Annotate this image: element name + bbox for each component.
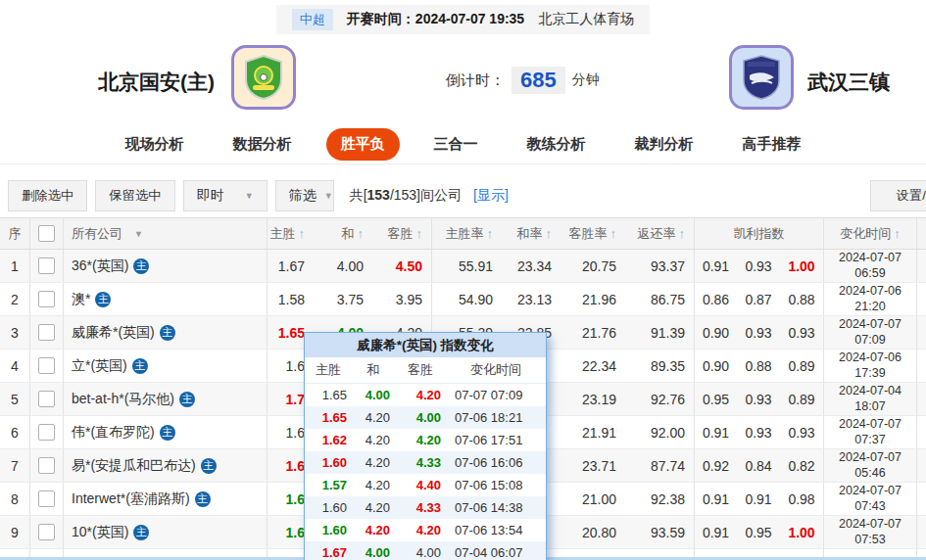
payout-rate: 86.75 bbox=[625, 283, 694, 315]
kelly-win: 0.86 bbox=[694, 283, 737, 315]
col-seq: 序 bbox=[0, 218, 29, 249]
row-seq: 9 bbox=[0, 516, 29, 548]
stub-cell bbox=[916, 316, 926, 349]
popup-draw: 4.20 bbox=[352, 451, 395, 474]
kelly-lose: 0.89 bbox=[780, 350, 823, 382]
popup-win: 1.67 bbox=[305, 541, 352, 560]
settings-select-button[interactable]: 设置/选择 bbox=[870, 180, 926, 211]
popup-title: 威廉希*(英国) 指数变化 bbox=[305, 333, 546, 357]
row-checkbox[interactable] bbox=[38, 291, 55, 307]
col-company[interactable]: 所有公司 ▼ bbox=[63, 218, 267, 249]
change-time: 2024-07-0707:53 bbox=[823, 516, 916, 548]
change-time-clock: 06:59 bbox=[854, 266, 885, 282]
kelly-lose: 0.89 bbox=[780, 383, 823, 415]
row-checkbox[interactable] bbox=[38, 490, 55, 507]
change-time-clock: 07:09 bbox=[854, 333, 885, 349]
row-checkbox[interactable] bbox=[38, 457, 55, 474]
change-time-clock: 07:37 bbox=[854, 433, 885, 448]
popup-draw: 4.00 bbox=[352, 384, 395, 406]
col-win-rate[interactable]: 主胜率↑ bbox=[431, 218, 502, 249]
kelly-draw: 0.93 bbox=[737, 383, 780, 415]
kelly-win: 0.91 bbox=[694, 516, 737, 548]
col-stub bbox=[916, 218, 926, 249]
show-link[interactable]: [显示] bbox=[473, 187, 509, 205]
summary-count: 153 bbox=[367, 187, 390, 203]
select-all-checkbox[interactable] bbox=[38, 225, 55, 242]
analysis-tab[interactable]: 三合一 bbox=[419, 128, 493, 161]
lose-rate: 21.00 bbox=[560, 483, 625, 515]
change-time-date: 2024-07-07 bbox=[839, 484, 902, 499]
win-rate: 54.90 bbox=[431, 283, 502, 315]
odds-lose: 4.50 bbox=[372, 250, 431, 282]
popup-col-lose: 客胜 bbox=[395, 357, 446, 383]
row-checkbox[interactable] bbox=[38, 424, 55, 441]
company-name: 伟*(直布罗陀) bbox=[72, 424, 155, 442]
delete-selected-button[interactable]: 删除选中 bbox=[8, 180, 87, 211]
popup-draw: 4.20 bbox=[352, 406, 395, 429]
time-filter-value: 即时 bbox=[197, 187, 224, 205]
change-time-clock: 21:20 bbox=[854, 300, 885, 315]
popup-lose: 4.20 bbox=[395, 429, 446, 451]
row-checkbox[interactable] bbox=[38, 324, 55, 341]
analysis-tab[interactable]: 数据分析 bbox=[219, 128, 307, 161]
chevron-down-icon: ▼ bbox=[245, 191, 254, 201]
analysis-tab[interactable]: 胜平负 bbox=[326, 128, 400, 161]
kelly-lose: 0.82 bbox=[780, 449, 823, 482]
change-time: 2024-07-0706:59 bbox=[823, 250, 916, 282]
company-cell[interactable]: 伟*(直布罗陀)主 bbox=[63, 416, 267, 448]
time-filter-dropdown[interactable]: 即时 ▼ bbox=[183, 180, 268, 211]
company-cell[interactable]: 36*(英国)主 bbox=[63, 250, 267, 282]
change-time: 2024-07-0621:20 bbox=[823, 283, 916, 315]
league-badge[interactable]: 中超 bbox=[292, 9, 333, 30]
company-cell[interactable]: bet-at-h*(马尔他)主 bbox=[63, 383, 267, 415]
table-row: 2澳*主1.583.753.9554.9023.1321.9686.750.86… bbox=[0, 283, 926, 316]
analysis-tab[interactable]: 教练分析 bbox=[512, 128, 601, 161]
analysis-tab[interactable]: 裁判分析 bbox=[620, 128, 708, 161]
col-kelly: 凯利指数 bbox=[694, 218, 823, 249]
analysis-tab[interactable]: 高手推荐 bbox=[728, 128, 816, 161]
col-win[interactable]: 主胜↑ bbox=[267, 218, 314, 249]
popup-time: 07-06 15:08 bbox=[446, 474, 546, 496]
row-checkbox[interactable] bbox=[38, 257, 55, 274]
row-checkbox[interactable] bbox=[38, 357, 55, 374]
row-checkbox[interactable] bbox=[38, 391, 55, 407]
draw-rate: 23.13 bbox=[502, 283, 560, 315]
popup-win: 1.57 bbox=[305, 474, 352, 496]
col-lose-rate[interactable]: 客胜率↑ bbox=[560, 218, 625, 249]
popup-win: 1.60 bbox=[305, 519, 352, 541]
company-cell[interactable]: 澳*主 bbox=[63, 283, 267, 315]
company-cell[interactable]: 威廉希*(英国)主 bbox=[63, 316, 267, 349]
company-cell[interactable]: 10*(英国)主 bbox=[63, 516, 267, 548]
home-team-logo bbox=[231, 45, 296, 110]
col-select-all[interactable] bbox=[29, 218, 63, 249]
sort-up-icon: ↑ bbox=[546, 226, 553, 241]
change-time-clock: 05:46 bbox=[854, 466, 885, 482]
row-seq: 6 bbox=[0, 416, 29, 448]
summary-rest: /153]间公司 bbox=[390, 187, 462, 203]
keep-selected-button[interactable]: 保留选中 bbox=[95, 180, 174, 211]
company-cell[interactable]: 立*(英国)主 bbox=[63, 350, 267, 382]
col-draw[interactable]: 和↑ bbox=[314, 218, 372, 249]
odds-win: 1.67 bbox=[267, 250, 314, 282]
countdown: 倒计时： 685 分钟 bbox=[446, 67, 600, 94]
stub-cell bbox=[916, 283, 926, 315]
popup-col-draw: 和 bbox=[352, 357, 395, 383]
kelly-lose: 0.98 bbox=[780, 483, 823, 515]
popup-time: 07-06 16:06 bbox=[446, 451, 546, 474]
kelly-win: 0.92 bbox=[694, 449, 737, 482]
row-checkbox[interactable] bbox=[38, 524, 55, 540]
kelly-win: 0.90 bbox=[694, 316, 737, 349]
company-cell[interactable]: 易*(安提瓜和巴布达)主 bbox=[63, 449, 267, 482]
change-time: 2024-07-0705:46 bbox=[823, 449, 916, 482]
col-lose[interactable]: 客胜↑ bbox=[372, 218, 431, 249]
lose-rate: 20.80 bbox=[560, 516, 625, 548]
company-cell[interactable]: Interwet*(塞浦路斯)主 bbox=[63, 483, 267, 515]
analysis-tab[interactable]: 现场分析 bbox=[111, 128, 199, 161]
host-odds-icon: 主 bbox=[95, 292, 111, 307]
filter-dropdown[interactable]: 筛选 ▼ bbox=[275, 180, 334, 211]
col-draw-rate[interactable]: 和率↑ bbox=[502, 218, 560, 249]
col-payout[interactable]: 返还率↑ bbox=[625, 218, 694, 249]
col-change-time[interactable]: 变化时间↑ bbox=[823, 218, 916, 249]
sort-up-icon: ↑ bbox=[416, 226, 423, 241]
col-lose-label: 客胜 bbox=[388, 225, 414, 243]
